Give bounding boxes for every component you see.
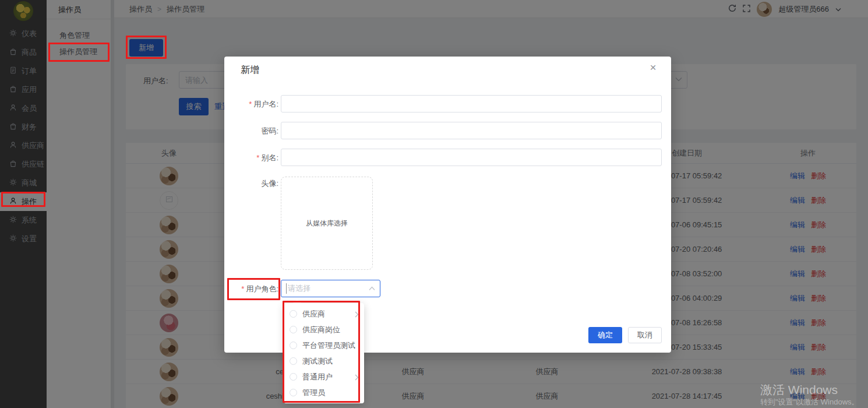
password-label: 密码: xyxy=(224,126,278,136)
modal-title: 新增 xyxy=(241,64,259,76)
annotation-box-role-label xyxy=(227,278,280,300)
annotation-box-add-button xyxy=(126,36,167,59)
role-select[interactable]: 请选择 xyxy=(281,280,380,297)
avatar-label: 头像: xyxy=(224,178,278,189)
annotation-box-role-dropdown xyxy=(283,301,360,403)
username-label: 用户名: xyxy=(224,99,278,110)
media-library-picker[interactable]: 从媒体库选择 xyxy=(281,177,373,270)
confirm-button[interactable]: 确定 xyxy=(588,327,622,343)
alias-field[interactable] xyxy=(281,149,662,166)
alias-label: 别名: xyxy=(224,153,278,163)
cancel-button[interactable]: 取消 xyxy=(628,327,662,343)
annotation-box-sidebar-operator xyxy=(1,192,45,207)
media-library-label: 从媒体库选择 xyxy=(306,219,348,228)
page: 仪表商品订单应用会员财务供应商供应链商城操作系统设置 操作员 角色管理操作员管理… xyxy=(0,0,868,408)
password-field[interactable] xyxy=(281,122,662,139)
annotation-box-operator-management xyxy=(48,43,110,62)
close-icon[interactable] xyxy=(647,61,659,74)
role-select-placeholder: 请选择 xyxy=(286,283,310,294)
chevron-up-icon xyxy=(369,286,375,291)
username-field[interactable] xyxy=(281,95,662,112)
